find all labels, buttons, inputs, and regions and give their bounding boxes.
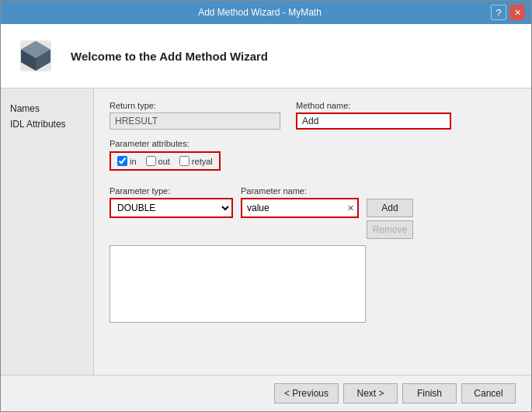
param-list-area [110,245,366,323]
checkboxes-row: in out retyal [117,156,213,166]
return-method-row: Return type: Method name: [110,101,516,130]
method-name-group: Method name: [296,101,451,130]
param-attributes-box: in out retyal [110,151,221,171]
method-name-input[interactable] [296,113,451,130]
content-area: Names IDL Attributes Return type: Method… [1,88,531,375]
sidebar: Names IDL Attributes [1,88,94,375]
header-title: Welcome to the Add Method Wizard [71,50,268,63]
checkbox-retval-item[interactable]: retyal [179,156,213,166]
logo-icon [16,36,55,75]
checkbox-in-item[interactable]: in [117,156,137,166]
add-param-button[interactable]: Add [367,199,413,217]
sidebar-item-idl-attributes[interactable]: IDL Attributes [10,116,84,132]
param-type-wrapper: DOUBLE FLOAT INT LONG BOOL BSTR VARIANT [110,198,233,218]
close-button[interactable]: ✕ [509,5,525,20]
finish-button[interactable]: Finish [402,383,457,403]
checkbox-retval[interactable] [179,156,190,166]
next-button[interactable]: Next > [343,383,398,403]
cancel-button[interactable]: Cancel [461,383,516,403]
checkbox-in-label: in [130,157,137,166]
param-type-name-row: Parameter type: DOUBLE FLOAT INT LONG BO… [110,186,516,239]
remove-param-button[interactable]: Remove [367,220,413,239]
title-bar-buttons: ? ✕ [491,5,525,20]
checkbox-out-label: out [158,157,170,166]
title-bar: Add Method Wizard - MyMath ? ✕ [1,1,531,24]
param-name-clear-button[interactable]: ✕ [343,201,357,215]
help-button[interactable]: ? [491,5,506,20]
method-name-label: Method name: [296,101,451,110]
main-panel: Return type: Method name: Parameter attr… [94,88,531,375]
checkbox-out[interactable] [146,156,156,166]
param-action-buttons: Add Remove [367,199,413,239]
checkbox-retval-label: retyal [192,157,213,166]
param-attributes-section: Parameter attributes: in out [110,139,516,178]
header-section: Welcome to the Add Method Wizard [1,24,531,88]
footer: < Previous Next > Finish Cancel [1,375,531,411]
param-type-group: Parameter type: DOUBLE FLOAT INT LONG BO… [110,186,233,218]
sidebar-item-names[interactable]: Names [10,101,84,116]
return-type-input[interactable] [110,113,280,130]
param-attributes-label: Parameter attributes: [110,139,516,148]
return-type-label: Return type: [110,101,280,110]
previous-button[interactable]: < Previous [274,383,339,403]
main-window: Add Method Wizard - MyMath ? ✕ Welcome t… [0,0,532,412]
param-name-label: Parameter name: [241,186,359,196]
window-title: Add Method Wizard - MyMath [29,7,491,18]
checkbox-out-item[interactable]: out [146,156,170,166]
param-name-wrapper: ✕ [241,198,359,218]
param-type-select[interactable]: DOUBLE FLOAT INT LONG BOOL BSTR VARIANT [111,199,231,216]
param-type-label: Parameter type: [110,186,233,196]
checkbox-in[interactable] [117,156,127,166]
param-name-group: Parameter name: ✕ [241,186,359,218]
param-name-input[interactable] [242,199,343,216]
return-type-group: Return type: [110,101,280,130]
